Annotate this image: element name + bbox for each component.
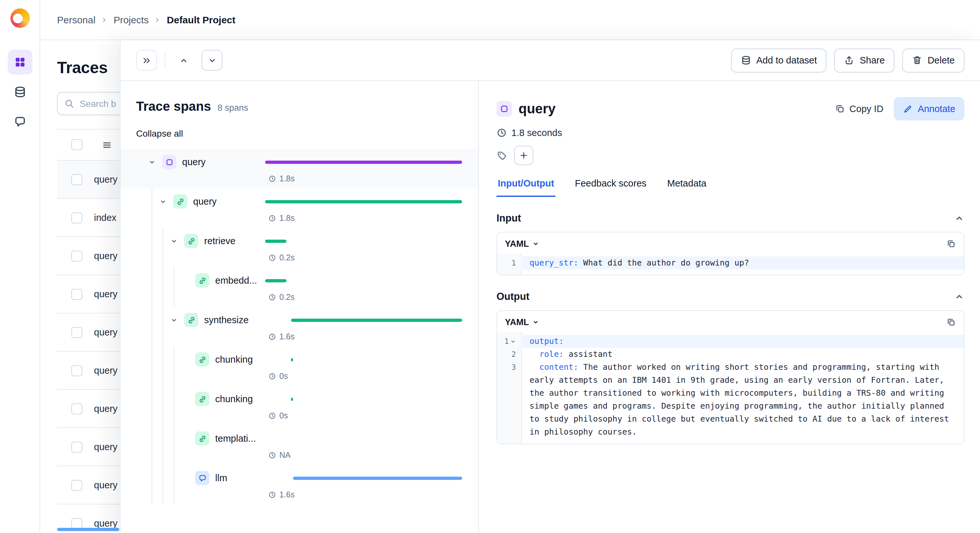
span-duration: 1.6s [268, 332, 478, 341]
clock-icon [496, 128, 507, 138]
yaml-key: output: [530, 336, 563, 346]
row-checkbox[interactable] [71, 212, 82, 223]
row-checkbox[interactable] [71, 403, 82, 414]
share-button[interactable]: Share [835, 48, 894, 72]
row-checkbox[interactable] [71, 289, 82, 300]
trace-name: query [94, 289, 118, 299]
trace-span-row[interactable]: chunking 0s [121, 386, 478, 425]
output-code-box-header: YAML [497, 311, 964, 332]
span-duration-label: 0s [279, 411, 288, 420]
span-duration: 1.6s [268, 490, 478, 499]
previous-trace-button[interactable] [173, 50, 194, 71]
spans-header: Trace spans 8 spans [121, 99, 478, 114]
span-type-icon [496, 101, 512, 117]
trace-span-row[interactable]: query 1.8s [121, 149, 478, 189]
trace-span-row[interactable]: embedd... 0.2s [121, 268, 478, 307]
span-duration: 0s [268, 372, 478, 381]
add-tag-button[interactable] [514, 146, 533, 165]
copy-output-button[interactable] [946, 317, 956, 327]
trace-duration-value: 1.8 seconds [511, 128, 562, 138]
row-checkbox[interactable] [71, 327, 82, 338]
grid-icon [13, 56, 26, 69]
span-timeline-track [265, 240, 462, 243]
span-toggle-chevron-icon[interactable] [167, 314, 180, 327]
add-to-dataset-button[interactable]: Add to dataset [731, 48, 827, 72]
row-checkbox[interactable] [71, 479, 82, 490]
row-checkbox[interactable] [71, 174, 82, 185]
span-duration-bar [293, 477, 462, 480]
detail-tab[interactable]: Metadata [666, 178, 708, 197]
input-code-box: YAML [496, 232, 964, 275]
input-format-select[interactable]: YAML [505, 239, 539, 249]
chevron-right-icon [154, 16, 162, 24]
add-to-dataset-label: Add to dataset [756, 55, 817, 65]
nav-feedback[interactable] [8, 109, 32, 134]
span-timeline-track [265, 200, 462, 203]
trace-span-row[interactable]: query 1.8s [121, 189, 478, 228]
detail-header: query Copy ID Annotate [496, 97, 964, 121]
delete-button[interactable]: Delete [902, 48, 964, 72]
collapse-input-chevron-up-icon[interactable] [954, 213, 964, 224]
comet-logo[interactable] [10, 8, 30, 28]
span-toggle-chevron-icon[interactable] [156, 195, 169, 208]
span-toggle-chevron-icon[interactable] [145, 155, 158, 168]
next-trace-button[interactable] [202, 50, 222, 71]
copy-id-button[interactable]: Copy ID [835, 104, 883, 114]
span-name: templati... [215, 433, 256, 444]
span-timeline-track [265, 160, 462, 164]
detail-tab[interactable]: Feedback scores [574, 178, 648, 197]
span-timeline-track [265, 398, 462, 401]
trace-span-row[interactable]: templati... NA [121, 425, 478, 465]
trace-span-tree: query 1.8s [121, 149, 478, 504]
row-checkbox[interactable] [71, 365, 82, 376]
span-timeline-track [265, 319, 462, 322]
code-line: 3 content: The author worked on writing … [497, 361, 964, 438]
horizontal-scrollbar-thumb[interactable] [57, 528, 119, 531]
span-duration-bar [265, 200, 462, 203]
share-icon [844, 55, 854, 65]
span-duration-label: 1.8s [279, 174, 294, 183]
input-section: Input YAML [496, 213, 964, 275]
column-menu-button[interactable] [102, 140, 112, 150]
row-checkbox[interactable] [71, 518, 82, 529]
collapse-output-chevron-up-icon[interactable] [954, 292, 964, 302]
plus-icon [519, 151, 528, 160]
trace-name: query [94, 442, 118, 452]
span-duration-label: 0.2s [279, 253, 294, 262]
line-number: 1 [497, 335, 521, 348]
toolbar-divider [165, 52, 165, 69]
span-duration: NA [268, 451, 478, 460]
annotate-label: Annotate [918, 104, 955, 114]
copy-input-button[interactable] [946, 239, 956, 249]
clock-icon [268, 491, 276, 499]
nav-projects-grid[interactable] [8, 50, 32, 75]
trace-detail-panel: Add to dataset Share Delete Trace spans [120, 40, 980, 533]
span-toggle-chevron-icon[interactable] [167, 235, 180, 247]
trace-name: query [94, 403, 118, 414]
select-all-checkbox[interactable] [71, 139, 82, 150]
collapse-all-button[interactable]: Collapse all [136, 128, 183, 139]
output-format-select[interactable]: YAML [505, 317, 539, 327]
trace-span-row[interactable]: synthesize 1.6s [121, 307, 478, 346]
tag-icon [496, 150, 508, 161]
annotate-button[interactable]: Annotate [894, 97, 964, 121]
trace-span-row[interactable]: retrieve 0.2s [121, 228, 478, 268]
trace-span-row[interactable]: llm 1.6s [121, 465, 478, 504]
line-number: 1 [497, 257, 521, 270]
span-row-main: retrieve [121, 231, 478, 251]
spans-title: Trace spans [136, 99, 211, 114]
detail-tab[interactable]: Input/Output [496, 178, 555, 197]
nav-datasets[interactable] [8, 80, 32, 104]
clock-icon [268, 373, 276, 380]
row-checkbox[interactable] [71, 441, 82, 452]
breadcrumb-workspace[interactable]: Personal [57, 14, 95, 25]
collapse-panel-button[interactable] [136, 50, 157, 71]
row-checkbox[interactable] [71, 250, 82, 261]
trace-name: query [94, 327, 118, 338]
span-timeline-track [265, 437, 462, 440]
breadcrumb-projects[interactable]: Projects [113, 14, 148, 25]
trace-spans-pane: Trace spans 8 spans Collapse all [121, 81, 478, 533]
trace-span-row[interactable]: chunking 0s [121, 346, 478, 386]
fold-chevron-icon [510, 338, 516, 344]
span-duration-bar [291, 358, 293, 362]
